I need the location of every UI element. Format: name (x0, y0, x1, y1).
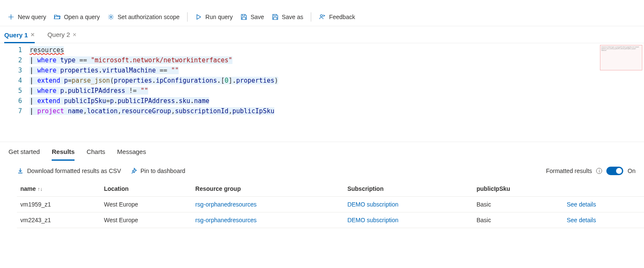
tab-query-2[interactable]: Query 2 ✕ (47, 26, 77, 43)
run-query-label: Run query (205, 14, 233, 20)
query-tabs: Query 1 ✕ Query 2 ✕ (0, 26, 644, 43)
cell-subscription[interactable]: DEMO subscription (344, 197, 473, 212)
cell-resource-group[interactable]: rsg-orphanedresources (192, 212, 344, 228)
tab-messages[interactable]: Messages (117, 148, 146, 161)
info-icon[interactable]: i (596, 168, 602, 174)
folder-open-icon (54, 14, 61, 20)
toolbar: New query Open a query Set authorization… (0, 8, 644, 26)
feedback-label: Feedback (329, 14, 355, 20)
code-content[interactable]: resources | where type == "microsoft.net… (30, 45, 278, 116)
cell-location: West Europe (100, 197, 192, 212)
formatted-results-label: Formatted results (546, 168, 592, 174)
new-query-button[interactable]: New query (8, 14, 46, 20)
code-editor-panel: 1 2 3 4 5 6 7 resources | where type == … (0, 43, 644, 142)
cell-sku: Basic (473, 212, 564, 228)
cell-name: vm1959_z1 (17, 197, 100, 212)
download-csv-button[interactable]: Download formatted results as CSV (17, 168, 121, 174)
cell-sku: Basic (473, 197, 564, 212)
feedback-icon (319, 14, 326, 20)
minimap[interactable]: resources | where type == microsoft | wh… (600, 45, 642, 70)
close-icon[interactable]: ✕ (72, 32, 77, 38)
cell-details[interactable]: See details (563, 212, 644, 228)
tab-get-started[interactable]: Get started (8, 148, 40, 161)
separator-icon (311, 12, 311, 22)
formatted-results-toggle[interactable] (606, 167, 623, 175)
tab-label: Query 2 (47, 31, 70, 38)
results-actions: Download formatted results as CSV Pin to… (0, 161, 644, 181)
code-editor[interactable]: 1 2 3 4 5 6 7 resources | where type == … (0, 43, 644, 142)
open-query-label: Open a query (64, 14, 100, 20)
close-icon[interactable]: ✕ (30, 32, 35, 38)
cell-location: West Europe (100, 212, 192, 228)
line-gutter: 1 2 3 4 5 6 7 (0, 45, 30, 116)
col-subscription[interactable]: Subscription (344, 181, 473, 197)
cell-resource-group[interactable]: rsg-orphanedresources (192, 197, 344, 212)
new-query-label: New query (18, 14, 46, 20)
cell-name: vm2243_z1 (17, 212, 100, 228)
plus-icon (8, 14, 14, 20)
play-icon (195, 14, 202, 20)
separator-icon (187, 12, 188, 22)
cell-subscription[interactable]: DEMO subscription (344, 212, 473, 228)
sort-icon: ↑↓ (38, 186, 43, 192)
col-name[interactable]: name↑↓ (17, 181, 100, 197)
save-as-icon (272, 14, 279, 20)
table-row: vm2243_z1 West Europe rsg-orphanedresour… (17, 212, 644, 228)
auth-scope-button[interactable]: Set authorization scope (108, 14, 180, 20)
col-details (563, 181, 644, 197)
run-query-button[interactable]: Run query (195, 14, 233, 20)
feedback-button[interactable]: Feedback (319, 14, 355, 20)
save-button[interactable]: Save (240, 14, 264, 20)
pin-icon (130, 168, 137, 174)
svg-point-1 (321, 14, 323, 17)
result-tabs: Get started Results Charts Messages (0, 142, 644, 161)
toggle-state-label: On (627, 168, 636, 174)
tab-charts[interactable]: Charts (86, 148, 105, 161)
gear-icon (108, 14, 114, 20)
tab-results[interactable]: Results (52, 148, 75, 161)
download-icon (17, 168, 24, 174)
pin-dashboard-label: Pin to dashboard (141, 168, 185, 174)
download-csv-label: Download formatted results as CSV (27, 168, 121, 174)
tab-query-1[interactable]: Query 1 ✕ (4, 26, 35, 43)
results-table: name↑↓ Location Resource group Subscript… (17, 181, 644, 228)
svg-point-0 (110, 16, 112, 17)
auth-scope-label: Set authorization scope (118, 14, 180, 20)
save-icon (240, 14, 247, 20)
tab-label: Query 1 (4, 31, 28, 39)
save-as-label: Save as (282, 14, 304, 20)
table-row: vm1959_z1 West Europe rsg-orphanedresour… (17, 197, 644, 212)
save-label: Save (251, 14, 264, 20)
cell-details[interactable]: See details (563, 197, 644, 212)
col-resource-group[interactable]: Resource group (192, 181, 344, 197)
open-query-button[interactable]: Open a query (54, 14, 100, 20)
table-header-row: name↑↓ Location Resource group Subscript… (17, 181, 644, 197)
pin-dashboard-button[interactable]: Pin to dashboard (130, 168, 185, 174)
col-location[interactable]: Location (100, 181, 192, 197)
save-as-button[interactable]: Save as (272, 14, 304, 20)
col-public-ip-sku[interactable]: publicIpSku (473, 181, 564, 197)
